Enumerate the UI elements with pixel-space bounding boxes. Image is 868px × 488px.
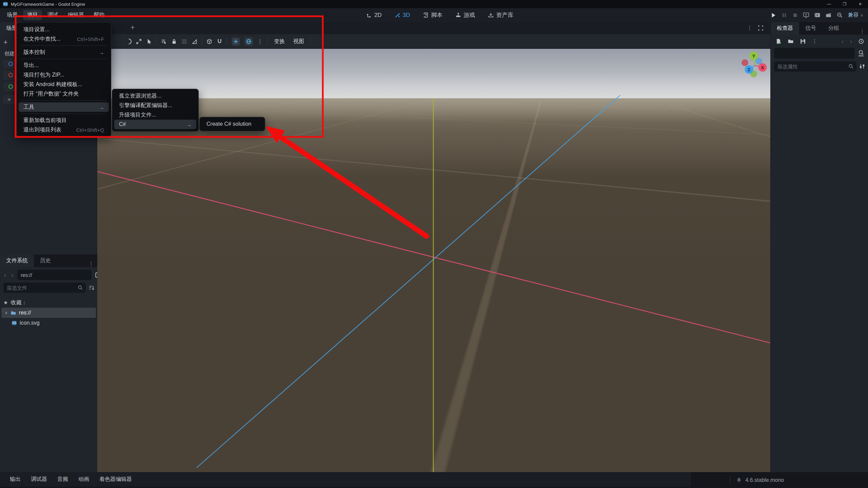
menu-item-csharp[interactable]: C#→ [114, 120, 196, 129]
movie-maker-button[interactable] [825, 12, 832, 18]
search-icon [78, 285, 83, 290]
restore-button[interactable]: ❐ [837, 0, 852, 8]
renderer-selector[interactable]: 兼容 ∨ [848, 12, 863, 19]
lock-icon[interactable] [171, 39, 177, 44]
property-tools-icon[interactable] [859, 63, 865, 69]
menu-item-engine-compile-config[interactable]: 引擎编译配置编辑器... [114, 101, 196, 110]
menu-item-pack-zip[interactable]: 项目打包为 ZIP... [19, 70, 109, 80]
group-icon[interactable] [181, 39, 187, 44]
menu-debug[interactable]: 调试 [43, 10, 62, 20]
menu-item-open-user-data-folder[interactable]: 打开 “用户数据” 文件夹 [19, 89, 109, 99]
menu-item-version-control[interactable]: 版本控制→ [19, 47, 109, 57]
version-label[interactable]: 4.6.stable.mono [745, 477, 784, 483]
tab-shader-editor[interactable]: 着色器编辑器 [94, 476, 137, 483]
viewport-area: + ⋮ ⋮ 变换 视图 [97, 22, 770, 472]
tab-debugger[interactable]: 调试器 [26, 476, 52, 483]
menu-item-quit-to-project-list[interactable]: 退出到项目列表Ctrl+Shift+Q [19, 125, 109, 135]
filter-properties-input[interactable] [777, 61, 848, 72]
history-forward-icon[interactable]: › [850, 38, 852, 45]
select-tool-icon[interactable] [146, 39, 152, 44]
preview-environment-icon[interactable] [244, 37, 253, 46]
create-ui-scene-button[interactable] [3, 82, 16, 91]
inspector-dock-menu-icon[interactable]: ⋮ [856, 28, 868, 35]
tree-row-res[interactable]: ∨ res:// [1, 308, 96, 318]
scale-tool-icon[interactable] [136, 39, 142, 44]
menu-item-create-csharp-solution[interactable]: Create C# solution [202, 119, 263, 129]
tab-output[interactable]: 输出 [5, 476, 26, 483]
menu-item-install-android-template[interactable]: 安装 Android 构建模板... [19, 80, 109, 89]
stop-button[interactable] [792, 12, 798, 18]
play-button[interactable] [770, 12, 776, 18]
cube-gizmo-icon[interactable] [206, 39, 212, 44]
preview-sunlight-icon[interactable] [232, 37, 240, 46]
rotate-tool-icon[interactable] [126, 39, 132, 44]
history-back-icon[interactable]: ‹ [842, 38, 844, 45]
tree-collapse-icon[interactable]: ∨ [5, 310, 8, 315]
play-scene-button[interactable] [803, 12, 809, 18]
search-icon [848, 64, 854, 69]
minimize-button[interactable]: — [821, 0, 837, 8]
tab-groups[interactable]: 分组 [822, 22, 845, 35]
workspace-2d[interactable]: 2D [363, 11, 385, 20]
ruler-icon[interactable] [192, 39, 197, 44]
filesystem-menu-icon[interactable]: ⋮ [85, 261, 97, 267]
node-name-field[interactable] [774, 48, 855, 59]
workspace-assetlib[interactable]: 资产库 [485, 10, 517, 20]
transform-menu[interactable]: 变换 [272, 38, 287, 45]
menu-item-find-in-files[interactable]: 在文件中查找...Ctrl+Shift+F [19, 34, 109, 44]
play-custom-scene-button[interactable] [814, 12, 821, 18]
profiler-search-icon[interactable] [836, 12, 843, 18]
open-docs-icon[interactable]: DOC [857, 49, 865, 57]
menu-item-export[interactable]: 导出... [19, 61, 109, 70]
add-node-button[interactable]: + [3, 38, 8, 47]
workspace-3d[interactable]: 3D [391, 11, 414, 20]
menu-item-orphan-resource-explorer[interactable]: 孤立资源浏览器... [114, 91, 196, 101]
workspace-game[interactable]: 游戏 [452, 10, 478, 20]
create-3d-scene-button[interactable] [3, 70, 16, 80]
menu-item-reload-project[interactable]: 重新加载当前项目 [19, 116, 109, 125]
notification-bell-icon[interactable] [736, 477, 742, 483]
tabstrip-menu-icon[interactable]: ⋮ [747, 24, 752, 31]
filesystem-dock: 文件系统 历史 ⋮ ‹ › ★ 收藏： ∨ res:// [0, 255, 97, 488]
tab-signals[interactable]: 信号 [799, 22, 822, 35]
menu-item-upgrade-project-files[interactable]: 升级项目文件... [114, 110, 196, 120]
nav-back-icon[interactable]: ‹ [2, 271, 8, 279]
tab-history[interactable]: 历史 [34, 255, 57, 267]
create-2d-scene-button[interactable] [3, 59, 16, 68]
pause-button[interactable] [781, 12, 787, 18]
folder-icon [11, 310, 16, 316]
menu-project[interactable]: 项目 [23, 10, 42, 20]
workspace-script[interactable]: 脚本 [419, 10, 446, 20]
close-button[interactable]: ✕ [852, 0, 868, 8]
menu-item-tools[interactable]: 工具→ [19, 102, 109, 112]
resource-options-icon[interactable]: ⋮ [812, 38, 817, 44]
new-scene-tab-button[interactable]: + [131, 23, 135, 32]
expand-viewport-icon[interactable] [758, 25, 764, 31]
history-clock-icon[interactable] [858, 38, 864, 44]
tools-submenu-popup: 孤立资源浏览器... 引擎编译配置编辑器... 升级项目文件... C#→ [112, 89, 199, 131]
viewport-options-icon[interactable]: ⋮ [257, 38, 263, 45]
create-other-node-button[interactable]: + [3, 95, 15, 104]
nav-forward-icon[interactable]: › [9, 271, 16, 279]
path-field[interactable] [17, 270, 92, 280]
2d-icon [366, 12, 372, 18]
select-list-icon[interactable] [161, 39, 167, 44]
new-resource-icon[interactable] [775, 38, 782, 44]
tab-animation[interactable]: 动画 [73, 476, 94, 483]
save-icon[interactable] [800, 38, 806, 44]
godot-logo-icon [3, 1, 8, 7]
menu-editor[interactable]: 编辑器 [64, 10, 88, 20]
tab-audio[interactable]: 音频 [52, 476, 73, 483]
view-menu[interactable]: 视图 [291, 38, 306, 45]
snap-magnet-icon[interactable] [217, 39, 222, 44]
menu-scene[interactable]: 场景 [3, 10, 22, 20]
tab-filesystem[interactable]: 文件系统 [0, 255, 34, 267]
view-gizmo[interactable]: Y X Z [738, 49, 770, 86]
menu-help[interactable]: 帮助 [90, 10, 108, 20]
tree-row-iconsvg[interactable]: icon.svg [0, 318, 97, 328]
tab-inspector[interactable]: 检查器 [771, 22, 799, 35]
load-resource-folder-icon[interactable] [788, 38, 794, 44]
sort-files-icon[interactable] [88, 285, 95, 291]
menu-item-project-settings[interactable]: 项目设置... [19, 25, 109, 34]
filter-files-input[interactable] [7, 283, 78, 293]
